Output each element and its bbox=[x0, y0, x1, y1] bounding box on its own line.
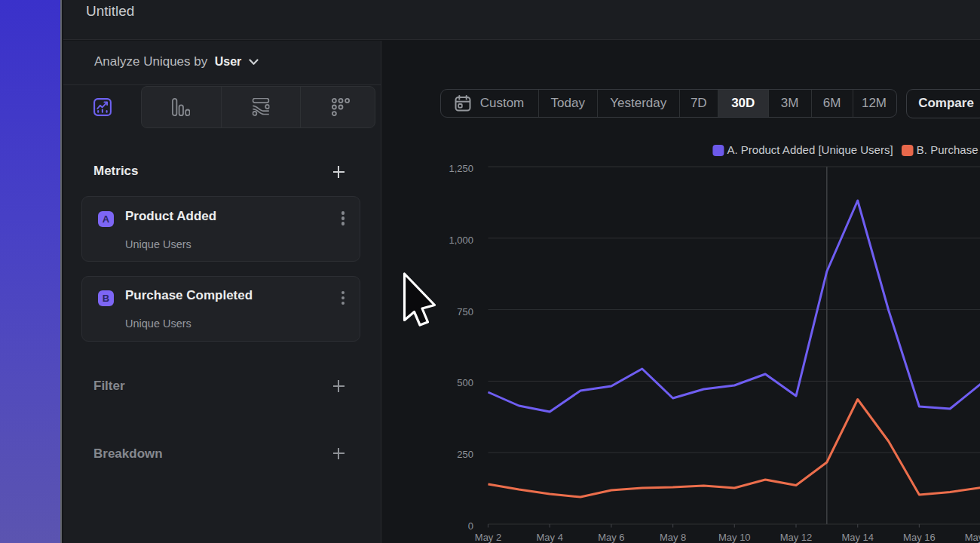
svg-text:May 4: May 4 bbox=[536, 532, 562, 543]
svg-text:May 8: May 8 bbox=[660, 532, 686, 543]
svg-text:250: 250 bbox=[457, 449, 473, 460]
svg-text:500: 500 bbox=[457, 377, 473, 388]
svg-text:1,000: 1,000 bbox=[449, 235, 473, 246]
svg-text:750: 750 bbox=[457, 306, 473, 318]
svg-text:May 6: May 6 bbox=[598, 532, 624, 543]
svg-text:May 2: May 2 bbox=[475, 532, 501, 543]
svg-text:May 18: May 18 bbox=[965, 532, 980, 543]
svg-text:May 14: May 14 bbox=[841, 532, 874, 543]
svg-text:B. Purchase Completed [Uniqu: B. Purchase Completed [Uniqu bbox=[917, 143, 980, 156]
svg-text:1,250: 1,250 bbox=[449, 163, 473, 174]
svg-text:May 12: May 12 bbox=[780, 532, 813, 543]
svg-text:May 16: May 16 bbox=[903, 532, 936, 543]
svg-text:0: 0 bbox=[468, 520, 473, 532]
svg-text:May 10: May 10 bbox=[718, 532, 751, 543]
svg-text:A. Product Added [Unique Users: A. Product Added [Unique Users] bbox=[727, 143, 893, 156]
